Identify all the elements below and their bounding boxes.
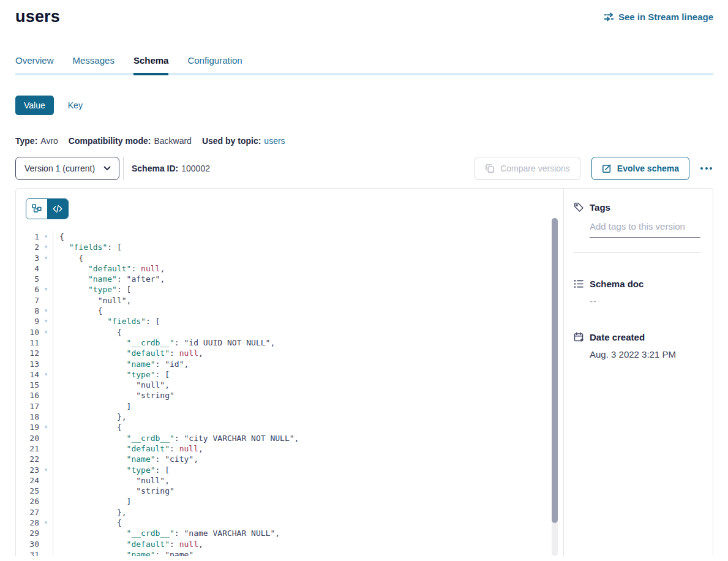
type-meta: Type: Avro	[15, 136, 58, 146]
code-line: 16 "string"	[21, 390, 563, 401]
evolve-schema-label: Evolve schema	[617, 164, 679, 173]
line-number: 16	[21, 390, 39, 401]
code-line: 10▾ {	[21, 327, 563, 337]
fold-arrow-icon[interactable]: ▾	[39, 253, 53, 263]
tab-configuration[interactable]: Configuration	[187, 55, 242, 75]
schema-id-value: 100002	[181, 164, 210, 173]
fold-arrow-icon[interactable]: ▾	[39, 242, 53, 252]
line-number: 1	[21, 232, 39, 242]
fold-arrow-icon[interactable]: ▾	[39, 316, 53, 326]
compare-versions-label: Compare versions	[500, 164, 570, 173]
tags-input[interactable]	[590, 221, 700, 238]
code-line: 27 },	[21, 507, 563, 518]
gutter: 24	[21, 475, 53, 486]
code-line: 15 "null",	[21, 380, 563, 390]
more-options-button[interactable]	[699, 164, 713, 173]
line-number: 7	[21, 295, 39, 306]
compatibility-label: Compatibility mode:	[69, 136, 151, 146]
fold-spacer	[39, 390, 53, 401]
value-toggle-button[interactable]: Value	[15, 96, 54, 115]
fold-arrow-icon[interactable]: ▾	[39, 465, 53, 475]
fold-arrow-icon[interactable]: ▾	[39, 369, 53, 380]
tree-view-icon	[32, 204, 42, 214]
tag-icon	[574, 202, 584, 213]
line-number: 31	[21, 549, 39, 556]
schema-doc-header: Schema doc	[574, 279, 700, 289]
code-text: "default": null,	[53, 263, 165, 274]
code-text: "name": "id",	[53, 359, 189, 369]
code-line: 21 "default": null,	[21, 443, 563, 454]
code-text: "__crdb__": "id UUID NOT NULL",	[53, 337, 275, 348]
tab-messages[interactable]: Messages	[73, 55, 114, 75]
used-by-topic-meta: Used by topic: users	[202, 136, 285, 146]
gutter: 1▾	[21, 232, 53, 242]
fold-spacer	[39, 412, 53, 422]
tab-overview[interactable]: Overview	[15, 55, 54, 75]
fold-spacer	[39, 337, 53, 348]
fold-spacer	[39, 295, 53, 306]
fold-spacer	[39, 475, 53, 486]
code-line: 24 "null",	[21, 475, 563, 486]
line-number: 2	[21, 242, 39, 252]
stream-lineage-link[interactable]: See in Stream lineage	[604, 12, 713, 22]
fold-arrow-icon[interactable]: ▾	[39, 232, 53, 242]
schema-sidebar: Tags Schema doc	[563, 189, 713, 556]
line-number: 5	[21, 274, 39, 284]
fold-spacer	[39, 443, 53, 454]
gutter: 22	[21, 454, 53, 464]
code-line: 13 "name": "id",	[21, 359, 563, 369]
line-number: 15	[21, 380, 39, 390]
chevron-down-icon	[103, 166, 111, 171]
evolve-schema-button[interactable]: Evolve schema	[591, 157, 689, 180]
fold-spacer	[39, 507, 53, 518]
code-line: 19▾ {	[21, 422, 563, 432]
gutter: 17	[21, 401, 53, 412]
fold-arrow-icon[interactable]: ▾	[39, 327, 53, 337]
used-by-topic-label: Used by topic:	[202, 136, 261, 146]
code-text: {	[53, 253, 83, 263]
page-title: users	[15, 7, 60, 26]
fold-arrow-icon[interactable]: ▾	[39, 518, 53, 528]
gutter: 10▾	[21, 327, 53, 337]
code-line: 20 "__crdb__": "city VARCHAR NOT NULL",	[21, 433, 563, 443]
code-line: 12 "default": null,	[21, 348, 563, 358]
gutter: 12	[21, 348, 53, 358]
editor-view-toggle	[26, 198, 69, 219]
code-line: 8▾ {	[21, 306, 563, 316]
fold-arrow-icon[interactable]: ▾	[39, 422, 53, 432]
code-view-button[interactable]	[47, 199, 68, 219]
code-line: 4 "default": null,	[21, 263, 563, 274]
gutter: 15	[21, 380, 53, 390]
line-number: 22	[21, 454, 39, 464]
schema-doc-section: Schema doc --	[574, 279, 700, 306]
editor-scrollbar-thumb[interactable]	[552, 218, 558, 523]
tab-schema[interactable]: Schema	[133, 55, 169, 75]
fold-spacer	[39, 274, 53, 284]
code-text: {	[53, 306, 102, 316]
gutter: 2▾	[21, 242, 53, 252]
code-text: {	[53, 327, 122, 337]
line-number: 13	[21, 359, 39, 369]
gutter: 30	[21, 539, 53, 549]
editor-scrollbar[interactable]	[552, 218, 558, 556]
compare-versions-button[interactable]: Compare versions	[475, 157, 580, 180]
line-number: 26	[21, 496, 39, 506]
fold-arrow-icon[interactable]: ▾	[39, 306, 53, 316]
gutter: 13	[21, 359, 53, 369]
sidebar-divider	[574, 252, 700, 253]
compatibility-value: Backward	[154, 136, 191, 146]
gutter: 9▾	[21, 316, 53, 326]
gutter: 27	[21, 507, 53, 518]
tree-view-button[interactable]	[26, 199, 47, 219]
line-number: 18	[21, 412, 39, 422]
key-toggle-button[interactable]: Key	[68, 100, 83, 110]
topic-link[interactable]: users	[264, 136, 285, 146]
copy-icon	[485, 164, 495, 173]
line-number: 24	[21, 475, 39, 486]
gutter: 29	[21, 528, 53, 538]
version-select[interactable]: Version 1 (current)	[15, 157, 119, 180]
value-key-toggle: Value Key	[15, 96, 713, 115]
fold-spacer	[39, 539, 53, 549]
fold-arrow-icon[interactable]: ▾	[39, 284, 53, 295]
fold-spacer	[39, 433, 53, 443]
